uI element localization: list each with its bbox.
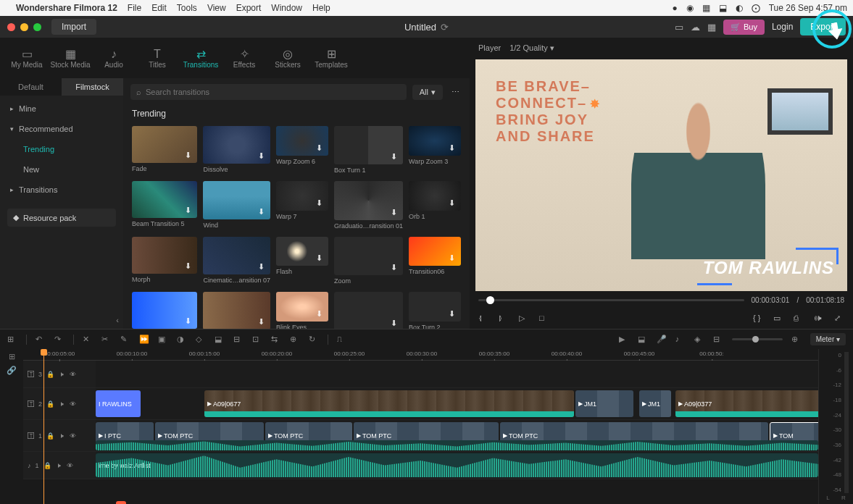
monitor-icon[interactable]: ▭ <box>675 22 683 33</box>
prev-frame-icon[interactable]: ⦉ <box>478 314 488 324</box>
scrubber[interactable] <box>478 299 744 301</box>
media-tab-audio[interactable]: ♪Audio <box>93 41 135 75</box>
tool-icon[interactable]: ⇆ <box>271 335 281 345</box>
tool-icon[interactable]: ◈ <box>694 335 704 345</box>
nav-trending[interactable]: Trending <box>0 139 123 159</box>
clip[interactable]: I RAWLINS <box>96 390 141 417</box>
media-tab-stock-media[interactable]: ▦Stock Media <box>49 41 91 75</box>
buy-button[interactable]: 🛒Buy <box>723 20 765 35</box>
download-icon[interactable]: ⬇ <box>449 143 459 154</box>
download-icon[interactable]: ⬇ <box>185 206 195 216</box>
display-icon[interactable]: ▭ <box>773 314 783 324</box>
mute-icon[interactable]: 🕨 <box>59 371 65 378</box>
media-tab-titles[interactable]: TTitles <box>136 41 178 75</box>
clip[interactable]: ▶A09|0377 <box>675 390 818 417</box>
menu-export[interactable]: Export <box>236 3 262 13</box>
browser-tab-filmstock[interactable]: Filmstock <box>62 78 123 96</box>
menu-tools[interactable]: Tools <box>177 3 197 13</box>
mute-icon[interactable]: 🕨 <box>59 400 65 408</box>
transition-item[interactable]: ⬇Special Eff…nsition 04 <box>132 292 197 329</box>
download-icon[interactable]: ⬇ <box>449 253 459 264</box>
status-icon[interactable]: ◉ <box>686 3 694 13</box>
eye-icon[interactable]: 👁 <box>70 400 76 408</box>
link-icon[interactable]: 🔗 <box>7 366 17 375</box>
traffic-lights[interactable] <box>7 23 41 31</box>
transition-item[interactable]: ⬇Cinematic…ansition 07 <box>203 237 270 285</box>
edit-icon[interactable]: ✎ <box>120 335 130 345</box>
audio-icon[interactable]: ♪ <box>675 335 686 345</box>
lock-icon[interactable]: 🔒 <box>46 371 54 378</box>
transition-item[interactable]: ⬇Dispersion Blur <box>203 292 270 329</box>
nav-new[interactable]: New <box>0 159 123 180</box>
tool-icon[interactable]: ⊟ <box>233 335 244 345</box>
transition-item[interactable]: ⬇Wind <box>203 181 270 229</box>
lock-icon[interactable]: 🔒 <box>46 432 54 440</box>
tool-icon[interactable]: ⊡ <box>252 335 262 345</box>
download-icon[interactable]: ⬇ <box>391 208 401 218</box>
tool-icon[interactable]: ⬓ <box>638 335 648 345</box>
download-icon[interactable]: ⬇ <box>185 151 195 161</box>
transition-item[interactable]: ⬇Box Turn 1 <box>334 126 403 174</box>
download-icon[interactable]: ⬇ <box>449 198 459 209</box>
marker-icon[interactable]: ⬓ <box>215 335 225 345</box>
download-icon[interactable]: ⬇ <box>316 143 326 154</box>
crop-icon[interactable]: ▣ <box>158 335 168 345</box>
download-icon[interactable]: ⬇ <box>316 253 326 264</box>
track-header-audio[interactable]: ♪1 🔒 🕨 👁 <box>23 452 96 479</box>
zoom-out-icon[interactable]: ⊟ <box>713 335 723 345</box>
layout-icon[interactable]: ⊞ <box>7 335 17 345</box>
tool-icon[interactable]: ⊕ <box>290 335 300 345</box>
transition-item[interactable]: ⬇Dissolve <box>203 126 270 174</box>
clip[interactable]: ▶JM1 <box>639 390 671 417</box>
snapshot-icon[interactable]: ⎙ <box>794 314 804 324</box>
meter-button[interactable]: Meter ▾ <box>810 333 846 345</box>
transition-item[interactable]: ⬇Morph <box>132 237 197 285</box>
menu-window[interactable]: Window <box>271 3 302 13</box>
track-header-1[interactable]: 🅃1 🔒 🕨 👁 <box>23 420 96 451</box>
transition-item[interactable]: ⬇Shape Tra…ansition 60 <box>334 292 403 329</box>
clip-audio-inline[interactable] <box>96 440 818 450</box>
transition-item[interactable]: ⬇Transition06 <box>409 237 461 285</box>
menu-edit[interactable]: Edit <box>151 3 167 13</box>
download-icon[interactable]: ⬇ <box>316 198 326 209</box>
preview-viewport[interactable]: BE BRAVE– CONNECT–✸ BRING JOY AND SHARE … <box>475 59 847 291</box>
nav-recommended[interactable]: ▾Recommended <box>0 119 123 139</box>
transition-item[interactable]: ⬇Fade <box>132 126 197 174</box>
render-icon[interactable]: ▶ <box>619 335 629 345</box>
undo-icon[interactable]: ↶ <box>36 335 46 345</box>
timeline[interactable]: 00:00:05:0000:00:10:0000:00:15:0000:00:2… <box>23 349 818 504</box>
import-button[interactable]: Import <box>51 19 96 35</box>
track-header-2[interactable]: 🅃2 🔒 🕨 👁 <box>23 388 96 419</box>
mic-icon[interactable]: 🎤 <box>657 335 667 345</box>
volume-icon[interactable]: 🕪 <box>814 314 824 324</box>
datetime[interactable]: Tue 26 Sep 4:57 pm <box>769 3 847 13</box>
status-icon[interactable]: ⬓ <box>719 3 727 13</box>
download-icon[interactable]: ⬇ <box>258 207 268 217</box>
track-header-3[interactable]: 🅃3 🔒 🕨 👁 <box>23 361 96 387</box>
cut-marker-icon[interactable] <box>116 501 126 504</box>
menu-help[interactable]: Help <box>312 3 330 13</box>
marker-icon[interactable]: { } <box>753 314 763 324</box>
status-icon[interactable]: ● <box>672 3 677 13</box>
transition-item[interactable]: ⬇Warp Zoom 3 <box>409 126 461 174</box>
cloud-icon[interactable]: ⟳ <box>441 22 449 33</box>
mute-icon[interactable]: 🕨 <box>59 432 65 440</box>
next-frame-icon[interactable]: ⦊ <box>499 314 509 324</box>
login-button[interactable]: Login <box>772 22 793 32</box>
transition-item[interactable]: ⬇Blink Eyes <box>276 292 328 329</box>
stop-icon[interactable]: □ <box>539 314 549 324</box>
browser-tab-default[interactable]: Default <box>0 78 62 96</box>
transition-item[interactable]: ⬇Flash <box>276 237 328 285</box>
tool-icon[interactable]: ↻ <box>309 335 319 345</box>
transition-item[interactable]: ⬇Warp 7 <box>276 181 328 229</box>
transition-item[interactable]: ⬇Graduatio…ransition 01 <box>334 181 403 229</box>
wifi-icon[interactable]: ⨀ <box>752 3 760 13</box>
grid-icon[interactable]: ▦ <box>707 22 716 33</box>
transition-item[interactable]: ⬇Zoom <box>334 237 403 285</box>
lock-icon[interactable]: 🔒 <box>46 400 54 408</box>
transition-item[interactable]: ⬇Box Turn 2 <box>409 292 461 329</box>
clip[interactable]: ▶JM1 <box>575 390 633 417</box>
cloud-icon[interactable]: ☁ <box>691 22 700 33</box>
download-icon[interactable]: ⬇ <box>391 152 401 162</box>
transition-item[interactable]: ⬇Beam Transition 5 <box>132 181 197 229</box>
